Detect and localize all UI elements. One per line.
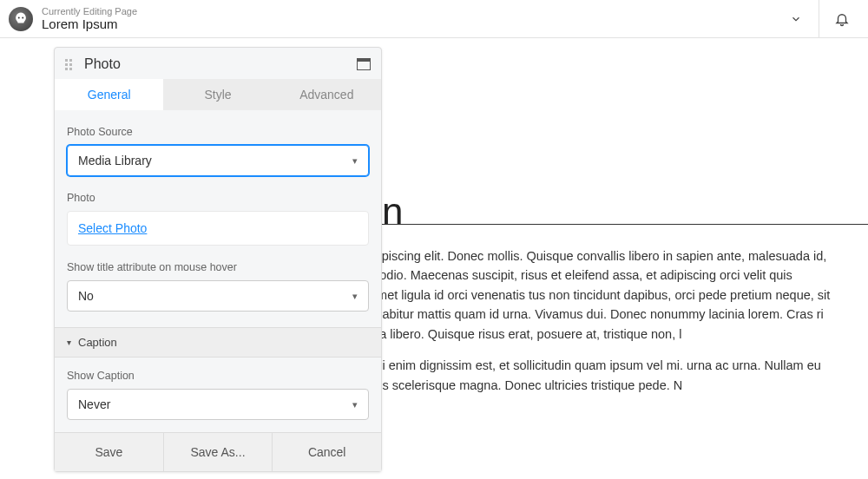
save-as-button[interactable]: Save As...	[164, 433, 273, 471]
module-settings-panel: Photo General Style Advanced Photo Sourc…	[54, 47, 382, 472]
photo-label: Photo	[67, 192, 369, 204]
tab-advanced[interactable]: Advanced	[273, 79, 381, 110]
photo-source-value: Media Library	[78, 154, 152, 167]
top-bar: Currently Editing Page Lorem Ipsum	[0, 0, 868, 38]
tab-style[interactable]: Style	[163, 79, 272, 110]
panel-title: Photo	[84, 56, 357, 72]
caption-section-toggle[interactable]: ▾ Caption	[55, 327, 381, 358]
svg-point-1	[22, 16, 23, 18]
panel-tabs: General Style Advanced	[55, 79, 381, 110]
chevron-down-icon: ▾	[352, 291, 358, 302]
page-title: Lorem Ipsum	[42, 16, 779, 31]
photo-source-select[interactable]: Media Library ▾	[67, 145, 369, 176]
panel-footer: Save Save As... Cancel	[55, 432, 381, 471]
heading-fragment: n	[382, 190, 403, 233]
show-caption-label: Show Caption	[67, 370, 369, 382]
show-caption-value: Never	[78, 397, 110, 411]
save-button[interactable]: Save	[55, 433, 164, 471]
page-menu-toggle[interactable]	[779, 13, 813, 25]
select-photo-link[interactable]: Select Photo	[78, 221, 147, 235]
chevron-down-icon: ▾	[352, 399, 358, 410]
panel-body[interactable]: Photo Source Media Library ▾ Photo Selec…	[55, 110, 381, 432]
svg-point-0	[18, 16, 20, 18]
photo-picker[interactable]: Select Photo	[67, 211, 369, 246]
breadcrumb-label: Currently Editing Page	[42, 6, 779, 16]
caption-section-label: Caption	[78, 336, 117, 349]
breadcrumb[interactable]: Currently Editing Page Lorem Ipsum	[42, 6, 779, 31]
chevron-down-icon: ▾	[67, 338, 71, 347]
show-title-value: No	[78, 289, 94, 303]
drag-handle-icon[interactable]	[65, 59, 76, 70]
cancel-button[interactable]: Cancel	[273, 433, 381, 471]
show-caption-select[interactable]: Never ▾	[67, 389, 369, 420]
chevron-down-icon: ▾	[352, 155, 358, 167]
app-logo	[9, 7, 33, 31]
show-title-label: Show title attribute on mouse hover	[67, 261, 369, 273]
show-title-select[interactable]: No ▾	[67, 280, 369, 312]
expand-icon[interactable]	[357, 58, 371, 70]
panel-header[interactable]: Photo	[55, 48, 381, 79]
tab-general[interactable]: General	[55, 79, 163, 110]
photo-source-label: Photo Source	[67, 126, 369, 138]
notifications-icon[interactable]	[825, 11, 859, 27]
divider	[819, 0, 819, 38]
